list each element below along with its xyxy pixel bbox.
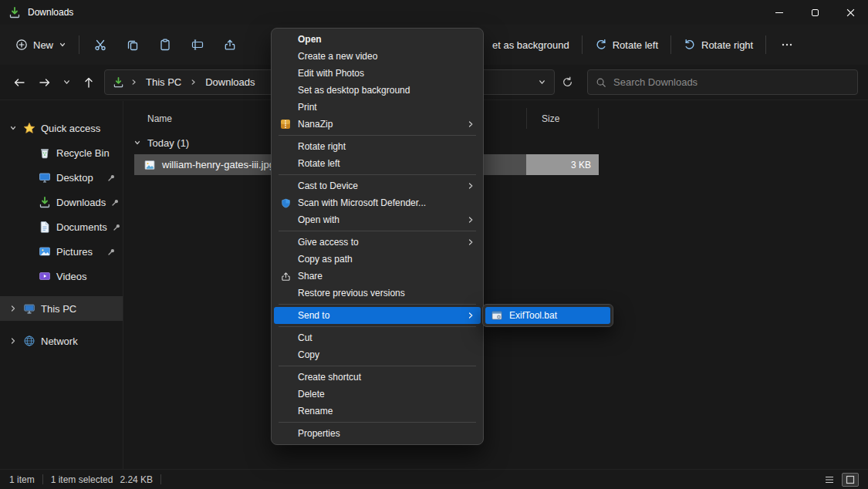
rotate-right-button[interactable]: Rotate right [676,33,761,56]
more-options-button[interactable] [771,31,803,59]
recycle-bin-icon [39,147,51,159]
menu-item-nanazip[interactable]: NanaZip [274,116,481,133]
statusbar-separator [160,474,161,484]
close-button[interactable] [833,0,868,25]
chevron-down-icon[interactable] [8,124,18,132]
rotate-left-button[interactable]: Rotate left [587,33,666,56]
exiftool-bat-icon [489,309,505,322]
toolbar-separator [582,35,583,54]
sidebar-item-videos[interactable]: Videos [0,264,123,288]
downloads-icon [39,196,51,208]
sidebar-item-downloads[interactable]: Downloads [0,190,123,214]
cut-button[interactable] [84,31,117,59]
file-explorer-window: Downloads New [0,0,868,489]
menu-item-cut[interactable]: Cut [274,329,481,346]
menu-item-rotate-left[interactable]: Rotate left [274,155,481,172]
menu-item-send-to[interactable]: Send to [274,307,481,324]
pin-icon [113,223,121,231]
menu-item-edit-with-photos[interactable]: Edit with Photos [274,65,481,82]
submenu-item-exiftool[interactable]: ExifTool.bat [485,307,610,324]
sidebar-item-label: Downloads [56,197,106,208]
menu-separator [279,366,476,366]
forward-button[interactable] [32,71,57,94]
menu-item-set-as-desktop-background[interactable]: Set as desktop background [274,82,481,99]
copy-icon [127,39,139,51]
submenu-arrow-icon [467,120,475,128]
breadcrumb-this-pc[interactable]: This PC [144,75,184,89]
file-name: william-henry-gates-iii.jpg [162,159,275,170]
chevron-right-icon[interactable] [8,305,18,312]
back-button[interactable] [6,71,32,94]
menu-item-create-shortcut[interactable]: Create shortcut [274,369,481,386]
sidebar-item-pictures[interactable]: Pictures [0,239,123,264]
submenu-arrow-icon [467,238,475,246]
details-view-button[interactable] [821,473,838,487]
documents-icon [39,221,51,233]
sidebar-item-quick-access[interactable]: Quick access [0,116,123,140]
sidebar-item-network[interactable]: Network [0,329,123,353]
maximize-button[interactable] [797,0,833,25]
ellipsis-icon [781,39,793,51]
arrow-right-icon [39,76,51,89]
chevron-down-icon [62,78,71,86]
menu-item-open[interactable]: Open [274,31,481,48]
submenu-arrow-icon [467,182,475,190]
pin-icon [111,198,120,207]
close-icon [846,8,855,17]
sidebar-item-documents[interactable]: Documents [0,214,123,239]
arrow-up-icon [83,76,95,89]
column-header-size[interactable]: Size [526,108,599,129]
sidebar-item-this-pc[interactable]: This PC [0,296,123,321]
menu-item-cast-to-device[interactable]: Cast to Device [274,177,481,194]
rename-button[interactable] [181,31,214,59]
menu-item-share[interactable]: Share [274,268,481,285]
menu-item-create-a-new-video[interactable]: Create a new video [274,48,481,65]
this-pc-icon [23,302,35,315]
large-icons-view-button[interactable] [842,473,859,487]
sidebar-item-recycle-bin[interactable]: Recycle Bin [0,140,123,165]
sidebar-item-label: Pictures [56,246,93,258]
sidebar-item-label: Videos [56,271,87,282]
menu-separator [279,326,476,327]
menu-item-rename[interactable]: Rename [274,403,481,420]
chevron-right-icon[interactable] [8,337,18,345]
search-input[interactable] [613,76,849,88]
menu-item-open-with[interactable]: Open with [274,211,481,228]
sidebar-item-label: Quick access [41,123,100,134]
copy-button[interactable] [117,31,149,59]
refresh-button[interactable] [555,71,580,94]
address-dropdown-button[interactable] [538,78,546,86]
breadcrumb-downloads[interactable]: Downloads [203,75,257,89]
menu-item-copy[interactable]: Copy [274,346,481,363]
menu-item-copy-as-path[interactable]: Copy as path [274,251,481,268]
sidebar-item-label: Recycle Bin [56,147,110,159]
menu-item-delete[interactable]: Delete [274,386,481,403]
toolbar-separator [765,35,766,54]
menu-item-properties[interactable]: Properties [274,425,481,442]
menu-item-scan-with-microsoft-defender[interactable]: Scan with Microsoft Defender... [274,194,481,211]
menu-separator [279,135,476,136]
up-button[interactable] [76,71,101,94]
statusbar-separator [42,474,43,484]
titlebar: Downloads [0,0,868,25]
recent-locations-button[interactable] [57,71,76,94]
share-button[interactable] [214,31,246,59]
chevron-down-icon [133,139,141,147]
new-button[interactable]: New [8,33,74,56]
menu-item-rotate-right[interactable]: Rotate right [274,138,481,155]
search-box[interactable] [587,69,858,95]
scissors-icon [94,39,106,51]
sidebar-item-desktop[interactable]: Desktop [0,165,123,190]
star-icon [23,122,35,134]
menu-item-print[interactable]: Print [274,99,481,116]
sidebar-item-label: Documents [56,221,107,233]
menu-item-restore-previous-versions[interactable]: Restore previous versions [274,285,481,302]
paste-button[interactable] [149,31,181,59]
minimize-button[interactable] [762,0,797,25]
group-header-today[interactable]: Today (1) [133,133,189,152]
menu-item-give-access-to[interactable]: Give access to [274,234,481,251]
set-as-background-button[interactable]: et as background [485,34,577,56]
file-list-pane: Name Size Today (1) william-henry-gates-… [123,101,868,469]
pictures-icon [39,245,51,258]
share-icon [278,270,293,282]
